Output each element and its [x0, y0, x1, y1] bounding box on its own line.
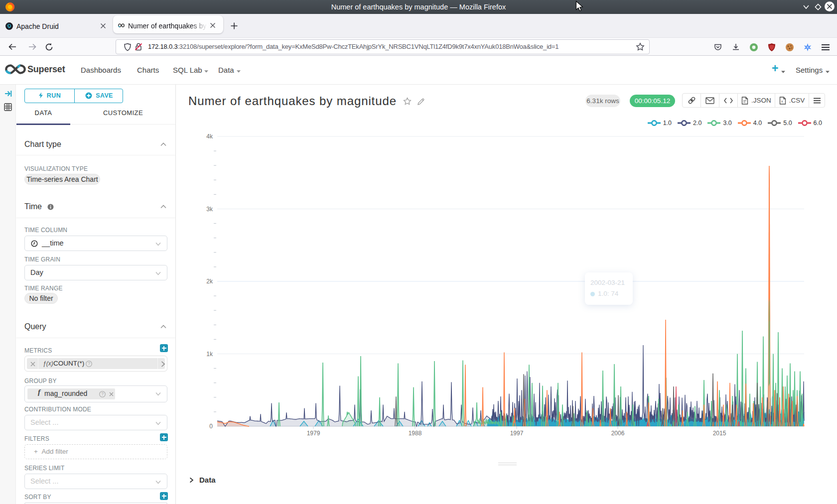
svg-text:1997: 1997 — [510, 430, 524, 437]
svg-text:2006: 2006 — [611, 430, 625, 437]
svg-text:1k: 1k — [206, 351, 213, 358]
svg-text:2k: 2k — [206, 278, 213, 285]
svg-text:2015: 2015 — [713, 430, 726, 437]
svg-text:4k: 4k — [206, 133, 213, 140]
svg-text:1988: 1988 — [409, 430, 422, 437]
svg-text:1979: 1979 — [307, 430, 320, 437]
svg-text:3k: 3k — [206, 206, 213, 213]
svg-text:0: 0 — [209, 423, 213, 430]
